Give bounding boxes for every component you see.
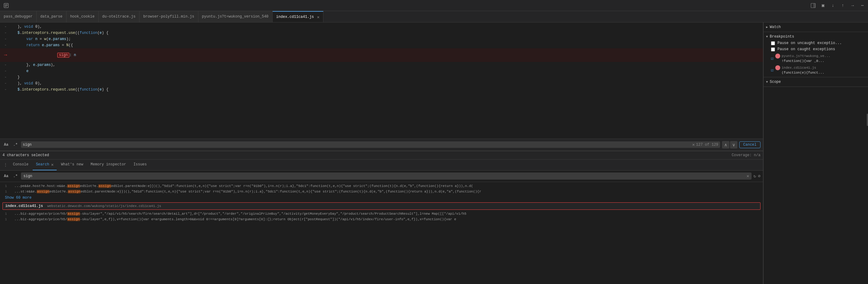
- file-tabs-container: pass_debuggerdata_parsehook_cookiedu-ote…: [0, 11, 868, 23]
- devtools-logo: [1, 0, 11, 11]
- search-prev-btn[interactable]: ∧: [722, 141, 730, 149]
- pause-uncaught-row[interactable]: Pause on uncaught exceptio...: [764, 40, 868, 46]
- tab-issues[interactable]: Issues: [130, 159, 150, 170]
- regex-btn[interactable]: .*: [12, 141, 19, 149]
- line-indicator: -: [2, 24, 9, 29]
- right-panel: ▶ Watch ▼ Breakpoints Pause on uncaught …: [763, 23, 868, 284]
- code-line-5[interactable]: → sign: n: [0, 49, 763, 62]
- tab-close-icon[interactable]: ✕: [317, 14, 319, 20]
- code-line-6[interactable]: - }, e.params),: [0, 62, 763, 68]
- line-indicator: -: [2, 43, 9, 48]
- panel-options-icon[interactable]: ⋮: [2, 162, 9, 168]
- line-content: return e.params = N({: [9, 43, 761, 48]
- tab-du-oteltrace[interactable]: du-oteltrace.js: [99, 11, 140, 22]
- line-indicator: -: [2, 81, 9, 86]
- sp-refresh-icon[interactable]: ↻: [753, 173, 756, 179]
- more-btn[interactable]: ⋯: [858, 1, 867, 10]
- code-line-8[interactable]: - }: [0, 74, 763, 81]
- result-item-2[interactable]: 1 ...st:e&&e.assignedSlot?e.assignedSlot…: [0, 189, 763, 194]
- search-input[interactable]: [23, 143, 691, 147]
- clear-search-icon[interactable]: ✕: [692, 142, 694, 147]
- nav-back-btn[interactable]: ↓: [829, 1, 837, 10]
- search-results[interactable]: 1 ...pe&&e.host?e.host:e&&e.assignedSlot…: [0, 182, 763, 284]
- code-line-4[interactable]: - return e.params = N({: [0, 42, 763, 49]
- scope-triangle-icon: ▼: [766, 81, 768, 84]
- bp-file-2: index.cd11ca41.js: [781, 66, 816, 70]
- code-line-1[interactable]: - ), void 0),: [0, 24, 763, 30]
- sp-regex-btn[interactable]: .*: [12, 172, 19, 180]
- search-next-btn[interactable]: ∨: [730, 141, 737, 149]
- line-indicator-arrow: →: [2, 52, 9, 58]
- line-indicator: -: [2, 87, 9, 92]
- pause-caught-checkbox[interactable]: [771, 48, 775, 52]
- dock-btn[interactable]: [809, 1, 817, 10]
- line-indicator: -: [2, 69, 9, 74]
- search-nav: ∧ ∨: [722, 141, 737, 149]
- code-line-2[interactable]: - $.interceptors.request.use((function(e…: [0, 30, 763, 36]
- file-name: index.cd11ca41.js: [5, 204, 43, 208]
- code-line-7[interactable]: - e: [0, 68, 763, 74]
- result-item-4[interactable]: 1 ...biz-aggregate/price/h5/assign-sku/l…: [0, 217, 763, 222]
- pause-uncaught-checkbox[interactable]: [771, 41, 775, 45]
- breakpoint-item-2[interactable]: ☑ index.cd11ca41.js (function(e){funct..…: [764, 64, 868, 76]
- tab-index[interactable]: index.cd11ca41.js✕: [273, 11, 324, 22]
- tab-console-label: Console: [13, 162, 28, 167]
- bp-code-1: !function(){var _0...: [775, 59, 830, 63]
- selection-status: 4 characters selected: [2, 153, 49, 157]
- tab-browser-polyfill[interactable]: browser-polyfill.min.js: [140, 11, 198, 22]
- nav-fwd-btn[interactable]: ↑: [838, 1, 847, 10]
- coverage-status: Coverage: n/a: [732, 153, 761, 157]
- line-content: e: [9, 69, 761, 73]
- tab-data_parse[interactable]: data_parse: [37, 11, 66, 22]
- split-btn[interactable]: ▣: [819, 1, 827, 10]
- bp-check-icon-2: ☑: [771, 67, 773, 73]
- file-header[interactable]: index.cd11ca41.js webstatic.dewucdn.com/…: [2, 202, 761, 210]
- breakpoints-triangle-icon: ▼: [766, 35, 768, 38]
- sp-match-case-btn[interactable]: Aa: [2, 172, 10, 180]
- tab-search-label: Search: [36, 162, 49, 167]
- tab-whats-new[interactable]: What's new: [58, 159, 86, 170]
- cancel-button[interactable]: Cancel: [739, 141, 761, 148]
- search-bar: Aa .* ✕ 127 of 129 ∧ ∨ Cancel: [0, 138, 763, 151]
- code-line-10[interactable]: - $.interceptors.request.use((function(e…: [0, 87, 763, 93]
- show-more-btn[interactable]: Show 60 more: [0, 194, 763, 201]
- line-content: var n = w(e.params);: [9, 37, 761, 41]
- line-content: ), void 0),: [9, 81, 761, 86]
- scrollbar-thumb[interactable]: [867, 114, 868, 126]
- tab-pass_debugger[interactable]: pass_debugger: [0, 11, 37, 22]
- watch-header[interactable]: ▶ Watch: [764, 24, 868, 31]
- tab-hook_cookie[interactable]: hook_cookie: [66, 11, 99, 22]
- line-content: sign: n: [9, 49, 761, 62]
- sp-clear-icon[interactable]: ✕: [747, 173, 749, 179]
- bottom-tabs: ⋮ Console Search ✕ What's new Memory ins…: [0, 160, 763, 171]
- breakpoints-header[interactable]: ▼ Breakpoints: [764, 33, 868, 40]
- sp-search-input[interactable]: [23, 174, 745, 178]
- match-case-btn[interactable]: Aa: [2, 141, 10, 149]
- watch-triangle-icon: ▶: [766, 25, 768, 29]
- code-line-9[interactable]: - ), void 0),: [0, 81, 763, 87]
- bp-code-2: (function(e){funct...: [775, 71, 824, 74]
- tab-search-close-icon[interactable]: ✕: [51, 162, 54, 167]
- result-item-3[interactable]: 1 ...biz-aggregate/price/h5/assign-sku/l…: [0, 211, 763, 217]
- pause-caught-row[interactable]: Pause on caught exceptions: [764, 46, 868, 52]
- line-indicator: -: [2, 31, 9, 35]
- tab-bar: ▣ ↓ ↑ → ⋯: [0, 0, 868, 11]
- code-editor[interactable]: - ), void 0), - $.interceptors.request.u…: [0, 23, 763, 138]
- search-toolbar: Aa .* ✕ ↻ ⊘: [0, 171, 763, 182]
- watch-section: ▶ Watch: [764, 23, 868, 32]
- tab-pyuntu[interactable]: pyuntu.js?t=wukong_version_540: [198, 11, 273, 22]
- tab-search[interactable]: Search ✕: [33, 159, 57, 170]
- breakpoint-item-1[interactable]: ☑ pyuntu.js?t=wukong_ve... !function(){v…: [764, 52, 868, 64]
- sp-cancel-icon[interactable]: ⊘: [758, 173, 761, 179]
- scope-label: Scope: [770, 80, 781, 84]
- code-line-3[interactable]: - var n = w(e.params);: [0, 36, 763, 42]
- scope-header[interactable]: ▼ Scope: [764, 78, 868, 85]
- svg-rect-2: [813, 3, 815, 8]
- nav-extra-btn[interactable]: →: [848, 1, 857, 10]
- bp-dot-icon-1: [775, 54, 780, 59]
- tab-memory-inspector[interactable]: Memory inspector: [88, 159, 129, 170]
- tab-memory-inspector-label: Memory inspector: [91, 162, 126, 167]
- tab-console[interactable]: Console: [10, 159, 31, 170]
- sp-input-wrap: ✕: [21, 172, 751, 180]
- result-item-1[interactable]: 1 ...pe&&e.host?e.host:e&&e.assignedSlot…: [0, 183, 763, 189]
